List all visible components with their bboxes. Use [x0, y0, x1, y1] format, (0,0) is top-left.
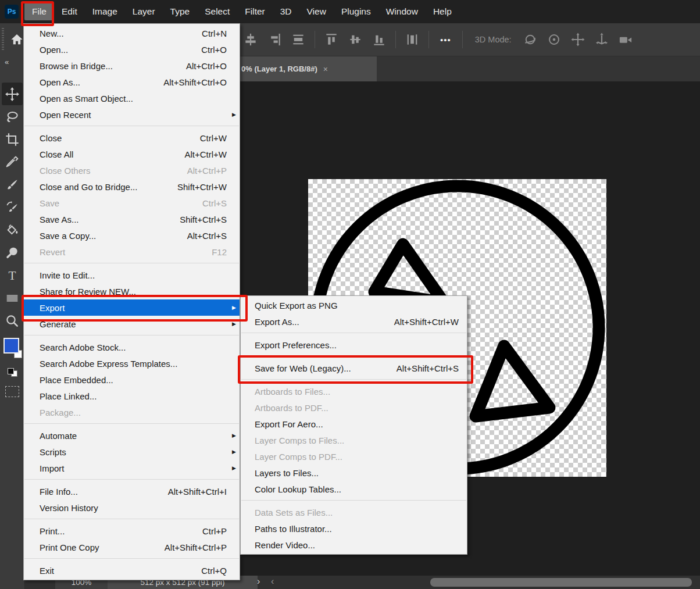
package-menu-item[interactable]: Package...: [24, 404, 240, 420]
tab-close-icon[interactable]: ×: [323, 65, 328, 74]
quick-mask-mode-icon[interactable]: [5, 386, 19, 397]
open-as-smart-object-menu-item[interactable]: Open as Smart Object...: [24, 90, 240, 106]
search-adobe-express-templates-menu-item[interactable]: Search Adobe Express Templates...: [24, 355, 240, 372]
browse-in-bridge-menu-item[interactable]: Browse in Bridge...Alt+Ctrl+O: [24, 58, 240, 74]
menubar-item-type[interactable]: Type: [163, 3, 198, 20]
menubar-item-3d[interactable]: 3D: [273, 3, 299, 20]
menu-item-label: Close and Go to Bridge...: [40, 182, 137, 192]
menubar-item-help[interactable]: Help: [426, 3, 459, 20]
print-menu-item[interactable]: Print...Ctrl+P: [24, 523, 240, 539]
close-and-go-to-bridge-menu-item[interactable]: Close and Go to Bridge...Shift+Ctrl+W: [24, 179, 240, 195]
menu-item-label: Save a Copy...: [40, 231, 96, 241]
layer-comps-to-pdf-menu-item[interactable]: Layer Comps to PDF...: [241, 448, 467, 465]
distribute-vertical-icon[interactable]: [405, 32, 420, 47]
3d-pan-icon[interactable]: [570, 32, 585, 47]
menu-item-label: Close Others: [40, 166, 91, 176]
automate-menu-item[interactable]: Automate▶: [24, 427, 240, 444]
align-top-edges-icon[interactable]: [324, 32, 339, 47]
default-colors-icon[interactable]: [8, 368, 17, 377]
print-one-copy-menu-item[interactable]: Print One CopyAlt+Shift+Ctrl+P: [24, 539, 240, 555]
align-horizontal-centers-icon[interactable]: [348, 32, 363, 47]
open-menu-item[interactable]: Open...Ctrl+O: [24, 41, 240, 58]
file-info-menu-item[interactable]: File Info...Alt+Shift+Ctrl+I: [24, 483, 240, 499]
new-menu-item[interactable]: New...Ctrl+N: [24, 25, 240, 41]
open-as-menu-item[interactable]: Open As...Alt+Shift+Ctrl+O: [24, 74, 240, 90]
artboards-to-pdf-menu-item[interactable]: Artboards to PDF...: [241, 399, 467, 416]
search-adobe-stock-menu-item[interactable]: Search Adobe Stock...: [24, 339, 240, 355]
invite-to-edit-menu-item[interactable]: Invite to Edit...: [24, 267, 240, 283]
place-linked-menu-item[interactable]: Place Linked...: [24, 388, 240, 404]
lasso-tool[interactable]: [2, 105, 23, 128]
close-others-menu-item[interactable]: Close OthersAlt+Ctrl+P: [24, 162, 240, 179]
scripts-menu-item[interactable]: Scripts▶: [24, 444, 240, 460]
close-menu-item[interactable]: CloseCtrl+W: [24, 130, 240, 146]
menu-item-label: Artboards to Files...: [255, 387, 330, 397]
data-sets-as-files-menu-item[interactable]: Data Sets as Files...: [241, 504, 467, 520]
close-all-menu-item[interactable]: Close AllAlt+Ctrl+W: [24, 146, 240, 162]
3d-orbit-icon[interactable]: [523, 32, 538, 47]
align-vertical-centers-icon[interactable]: [243, 32, 258, 47]
menubar-item-view[interactable]: View: [299, 3, 334, 20]
align-right-edges-icon[interactable]: [267, 32, 282, 47]
3d-camera-icon[interactable]: [618, 32, 633, 47]
horizontal-scrollbar[interactable]: [430, 578, 692, 587]
save-a-copy-menu-item[interactable]: Save a Copy...Alt+Ctrl+S: [24, 227, 240, 244]
color-lookup-tables-menu-item[interactable]: Color Lookup Tables...: [241, 481, 467, 497]
menubar-item-window[interactable]: Window: [378, 3, 426, 20]
menu-item-label: Color Lookup Tables...: [255, 484, 341, 494]
layers-to-files-menu-item[interactable]: Layers to Files...: [241, 465, 467, 481]
menu-item-label: Import: [40, 463, 65, 473]
revert-menu-item[interactable]: RevertF12: [24, 244, 240, 260]
import-menu-item[interactable]: Import▶: [24, 460, 240, 476]
menubar-item-select[interactable]: Select: [197, 3, 237, 20]
menubar-item-edit[interactable]: Edit: [54, 3, 85, 20]
save-as-menu-item[interactable]: Save As...Shift+Ctrl+S: [24, 211, 240, 227]
status-collapse-icon[interactable]: ‹: [271, 576, 274, 587]
more-options-icon[interactable]: •••: [438, 35, 453, 45]
menu-item-shortcut: Ctrl+Q: [201, 566, 227, 576]
export-preferences-menu-item[interactable]: Export Preferences...: [241, 337, 467, 353]
menu-item-shortcut: Shift+Ctrl+W: [177, 182, 227, 192]
eyedropper-tool[interactable]: [2, 151, 23, 173]
shape-tool[interactable]: [2, 287, 23, 309]
move-tool[interactable]: [2, 83, 23, 105]
document-tab[interactable]: 0% (Layer 1, RGB/8#) ×: [238, 56, 377, 81]
menu-item-label: Version History: [40, 503, 98, 513]
layer-comps-to-files-menu-item[interactable]: Layer Comps to Files...: [241, 432, 467, 448]
exit-menu-item[interactable]: ExitCtrl+Q: [24, 562, 240, 579]
crop-tool[interactable]: [2, 128, 23, 151]
foreground-color-swatch[interactable]: [3, 338, 19, 354]
quick-export-as-png-menu-item[interactable]: Quick Export as PNG: [241, 297, 467, 313]
collapse-panel-icon[interactable]: «: [0, 56, 24, 70]
zoom-tool[interactable]: [2, 309, 23, 332]
dodge-tool[interactable]: [2, 241, 23, 264]
export-as-menu-item[interactable]: Export As...Alt+Shift+Ctrl+W: [241, 313, 467, 330]
export-for-aero-menu-item[interactable]: Export For Aero...: [241, 416, 467, 432]
menu-item-shortcut: F12: [212, 247, 227, 257]
menubar-item-filter[interactable]: Filter: [237, 3, 272, 20]
type-tool[interactable]: T: [2, 264, 23, 287]
status-expand-icon[interactable]: ›: [257, 576, 260, 587]
menubar-item-plugins[interactable]: Plugins: [334, 3, 378, 20]
artboards-to-files-menu-item[interactable]: Artboards to Files...: [241, 383, 467, 399]
menubar-item-image[interactable]: Image: [85, 3, 125, 20]
open-recent-menu-item[interactable]: Open Recent▶: [24, 106, 240, 123]
align-bottom-edges-icon[interactable]: [372, 32, 387, 47]
3d-slide-icon[interactable]: [594, 32, 609, 47]
history-brush-tool[interactable]: [2, 196, 23, 219]
photoshop-logo-icon: Ps: [5, 5, 19, 19]
version-history-menu-item[interactable]: Version History: [24, 499, 240, 516]
menubar-item-layer[interactable]: Layer: [125, 3, 163, 20]
3d-roll-icon[interactable]: [547, 32, 562, 47]
distribute-horizontal-icon[interactable]: [291, 32, 306, 47]
brush-tool[interactable]: [2, 173, 23, 196]
menu-item-label: Layer Comps to Files...: [255, 435, 344, 445]
render-video-menu-item[interactable]: Render Video...: [241, 537, 467, 553]
menu-item-label: Layers to Files...: [255, 468, 319, 478]
options-bar-grabber[interactable]: [2, 28, 4, 51]
menu-item-label: Close: [40, 133, 62, 143]
save-menu-item[interactable]: SaveCtrl+S: [24, 195, 240, 211]
paths-to-illustrator-menu-item[interactable]: Paths to Illustrator...: [241, 520, 467, 537]
place-embedded-menu-item[interactable]: Place Embedded...: [24, 372, 240, 388]
paint-bucket-tool[interactable]: [2, 219, 23, 241]
